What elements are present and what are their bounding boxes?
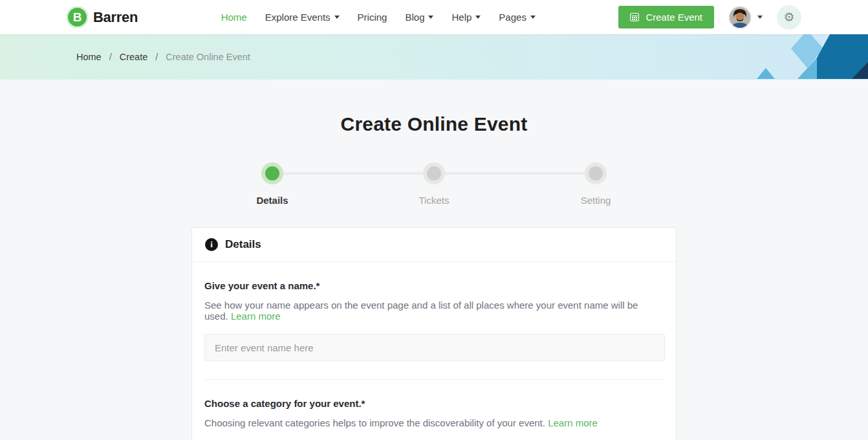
event-name-description: See how your name appears on the event p… bbox=[204, 300, 664, 322]
nav-item-explore-events[interactable]: Explore Events bbox=[265, 12, 340, 23]
details-card-body: Give your event a name.* See how your na… bbox=[192, 262, 676, 440]
breadcrumb-separator: / bbox=[155, 52, 158, 62]
create-event-button[interactable]: Create Event bbox=[618, 6, 714, 28]
event-category-description: Choosing relevant categories helps to im… bbox=[204, 417, 664, 428]
breadcrumb-item-create[interactable]: Create bbox=[120, 52, 148, 62]
main-nav: Home Explore Events Pricing Blog Help Pa… bbox=[221, 12, 536, 23]
nav-item-home[interactable]: Home bbox=[221, 12, 247, 23]
event-name-field-group: Give your event a name.* See how your na… bbox=[204, 280, 664, 361]
nav-item-blog[interactable]: Blog bbox=[405, 12, 433, 23]
chevron-down-icon bbox=[530, 16, 536, 19]
chevron-down-icon bbox=[334, 16, 340, 19]
chevron-down-icon bbox=[428, 16, 433, 19]
step-dot bbox=[585, 162, 607, 184]
step-dot-active bbox=[261, 162, 283, 184]
brand-logo-icon: B bbox=[67, 6, 88, 28]
step-tickets[interactable]: Tickets bbox=[353, 162, 515, 206]
breadcrumb: Home / Create / Create Online Event bbox=[0, 34, 868, 80]
event-name-label: Give your event a name.* bbox=[204, 280, 664, 291]
breadcrumb-item-current: Create Online Event bbox=[166, 52, 250, 62]
navbar-actions: Create Event ⚙ bbox=[618, 5, 801, 30]
chevron-down-icon bbox=[757, 16, 763, 19]
event-category-field-group: Choose a category for your event.* Choos… bbox=[204, 398, 664, 440]
brand-name: Barren bbox=[93, 9, 138, 26]
page-title: Create Online Event bbox=[0, 113, 868, 135]
breadcrumb-separator: / bbox=[109, 52, 112, 62]
breadcrumb-banner: Home / Create / Create Online Event bbox=[0, 34, 868, 80]
avatar bbox=[728, 6, 752, 29]
settings-gear-button[interactable]: ⚙ bbox=[777, 5, 801, 30]
stepper: Details Tickets Setting bbox=[191, 162, 677, 206]
brand-logo[interactable]: B Barren bbox=[67, 6, 138, 28]
step-setting[interactable]: Setting bbox=[515, 162, 677, 206]
nav-item-pages[interactable]: Pages bbox=[499, 12, 536, 23]
details-card-title: Details bbox=[225, 238, 261, 251]
info-icon: i bbox=[205, 238, 218, 251]
user-menu[interactable] bbox=[728, 6, 763, 29]
event-category-label: Choose a category for your event.* bbox=[204, 398, 664, 409]
chevron-down-icon bbox=[475, 16, 481, 19]
navbar: B Barren Home Explore Events Pricing Blo… bbox=[0, 0, 868, 34]
field-divider bbox=[204, 379, 664, 380]
calendar-icon bbox=[630, 13, 639, 21]
nav-item-help[interactable]: Help bbox=[451, 12, 481, 23]
details-card-header: i Details bbox=[192, 228, 676, 262]
learn-more-link[interactable]: Learn more bbox=[231, 311, 281, 322]
breadcrumb-item-home[interactable]: Home bbox=[76, 52, 102, 62]
nav-item-pricing[interactable]: Pricing bbox=[358, 12, 387, 23]
gear-icon: ⚙ bbox=[783, 11, 794, 23]
step-dot bbox=[423, 162, 445, 184]
learn-more-link[interactable]: Learn more bbox=[548, 417, 598, 428]
details-card: i Details Give your event a name.* See h… bbox=[191, 227, 677, 440]
step-details[interactable]: Details bbox=[191, 162, 353, 206]
event-name-input[interactable] bbox=[204, 334, 665, 361]
